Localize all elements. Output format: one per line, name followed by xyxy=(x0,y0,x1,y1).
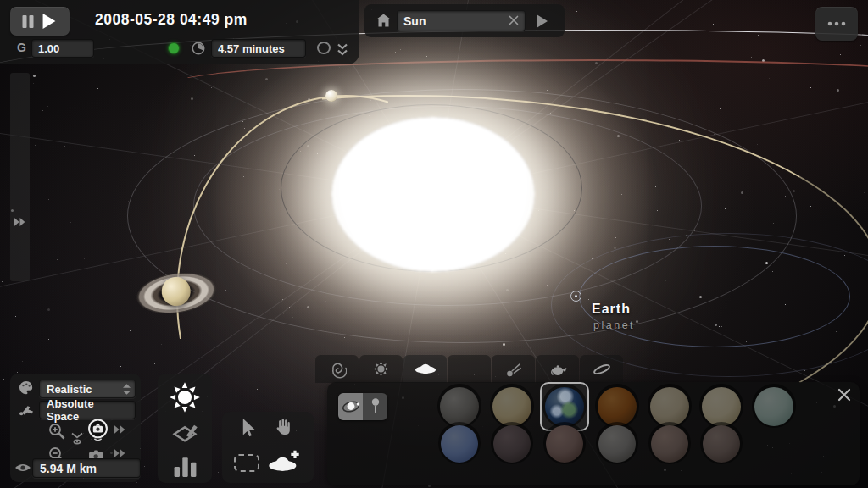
gravity-input[interactable] xyxy=(31,39,94,58)
swatch-moon-brown[interactable] xyxy=(703,425,740,463)
scale-value: 5.94 M km xyxy=(40,462,97,475)
menu-dots-icon xyxy=(826,20,847,27)
gravity-label: G xyxy=(17,41,26,54)
selected-body-subtitle: planet xyxy=(593,319,635,331)
teapot-icon xyxy=(548,361,568,378)
chart-bars-icon[interactable] xyxy=(173,454,198,478)
tab-ringed-planet[interactable] xyxy=(403,355,447,383)
tab-teapot[interactable] xyxy=(536,355,579,383)
small-moon-body[interactable] xyxy=(326,90,337,102)
add-body-icon[interactable] xyxy=(268,449,302,474)
pin-placement-icon xyxy=(369,397,382,416)
home-icon[interactable] xyxy=(376,14,391,27)
crescent-moon-icon xyxy=(461,361,478,378)
earth-dot xyxy=(575,295,577,297)
swatch-moon-dark[interactable] xyxy=(493,425,531,463)
swatch-moon-gray[interactable] xyxy=(598,425,636,463)
timeline-slider-handle[interactable] xyxy=(168,42,180,54)
reference-frame-field[interactable]: Absolute Space xyxy=(39,401,136,419)
playback-group xyxy=(10,7,70,36)
eye-icon xyxy=(14,462,32,474)
tools-panel xyxy=(222,412,314,483)
simulation-datetime[interactable]: 2008-05-28 04:49 pm xyxy=(95,11,248,29)
search-input[interactable] xyxy=(397,10,526,31)
swatch-uranus[interactable] xyxy=(754,387,793,426)
swatch-jupiter[interactable] xyxy=(650,387,689,426)
swatch-neptune[interactable] xyxy=(441,425,478,463)
body-search-bar xyxy=(364,4,565,37)
comet-icon xyxy=(505,361,522,378)
go-to-body-icon[interactable] xyxy=(537,14,548,28)
view-settings-panel: Realistic Absolute Space xyxy=(10,374,141,482)
tab-star[interactable] xyxy=(359,355,403,383)
swatch-mars[interactable] xyxy=(598,387,637,426)
ring-icon xyxy=(592,360,612,379)
tab-moon[interactable] xyxy=(448,355,491,383)
pause-button[interactable] xyxy=(22,15,34,28)
select-region-icon[interactable] xyxy=(234,454,259,472)
placement-mode-group xyxy=(338,393,387,420)
swatch-earth[interactable] xyxy=(545,387,584,426)
tab-galaxy[interactable] xyxy=(315,355,359,383)
display-mode-panel xyxy=(158,374,212,483)
sun-body[interactable] xyxy=(331,117,535,272)
render-mode-value: Realistic xyxy=(47,383,92,396)
selected-body-title[interactable]: Earth xyxy=(592,302,631,317)
render-mode-select[interactable]: Realistic xyxy=(39,380,136,398)
body-category-tabs xyxy=(315,355,624,383)
time-toolbar: 2008-05-28 04:49 pm G xyxy=(0,0,359,64)
play-button[interactable] xyxy=(42,14,56,29)
tab-ring[interactable] xyxy=(580,355,623,383)
palette-icon xyxy=(17,380,36,396)
close-palette-icon[interactable] xyxy=(837,388,851,402)
cursor-arrow-icon[interactable] xyxy=(242,419,258,439)
orbit-placement-icon xyxy=(341,397,361,416)
sidebar-collapsed-strip[interactable] xyxy=(10,73,30,281)
tab-comet[interactable] xyxy=(492,355,535,383)
swatch-moon-rust[interactable] xyxy=(546,425,583,463)
orbit-placement-button[interactable] xyxy=(338,393,363,420)
space-anchor-icon xyxy=(17,402,36,418)
ringed-planet-icon xyxy=(414,361,437,378)
scale-field[interactable]: 5.94 M km xyxy=(32,458,141,478)
menu-button[interactable] xyxy=(815,7,858,41)
orbit-circle-icon[interactable] xyxy=(317,42,331,54)
fast-forward-icon[interactable] xyxy=(114,448,126,458)
earth-selection-marker[interactable] xyxy=(570,291,581,302)
draw-check-icon[interactable] xyxy=(171,422,198,444)
sun-burst-icon[interactable] xyxy=(169,381,201,413)
swatch-venus[interactable] xyxy=(492,387,531,426)
clock-icon xyxy=(191,41,206,56)
swatch-saturn[interactable] xyxy=(702,387,741,426)
double-chevron-down-icon[interactable] xyxy=(337,42,348,58)
select-spinner-icon[interactable] xyxy=(123,384,131,395)
camera-locked-icon[interactable] xyxy=(86,419,109,441)
clear-search-icon[interactable] xyxy=(509,15,519,25)
follow-view-icon[interactable] xyxy=(70,431,85,446)
swatch-mercury[interactable] xyxy=(440,387,479,426)
timestep-input[interactable] xyxy=(211,39,306,58)
star-icon xyxy=(373,361,389,377)
app-window: Earth planet 2008-05-28 04:49 pm G xyxy=(0,0,868,488)
pin-placement-button[interactable] xyxy=(363,393,387,420)
zoom-in-icon[interactable] xyxy=(47,422,66,441)
swatch-moon-tan[interactable] xyxy=(651,425,688,463)
fast-forward-icon[interactable] xyxy=(114,424,126,435)
pan-hand-icon[interactable] xyxy=(273,417,295,438)
expand-double-arrow-icon[interactable] xyxy=(14,217,26,227)
galaxy-spiral-icon xyxy=(328,360,347,379)
